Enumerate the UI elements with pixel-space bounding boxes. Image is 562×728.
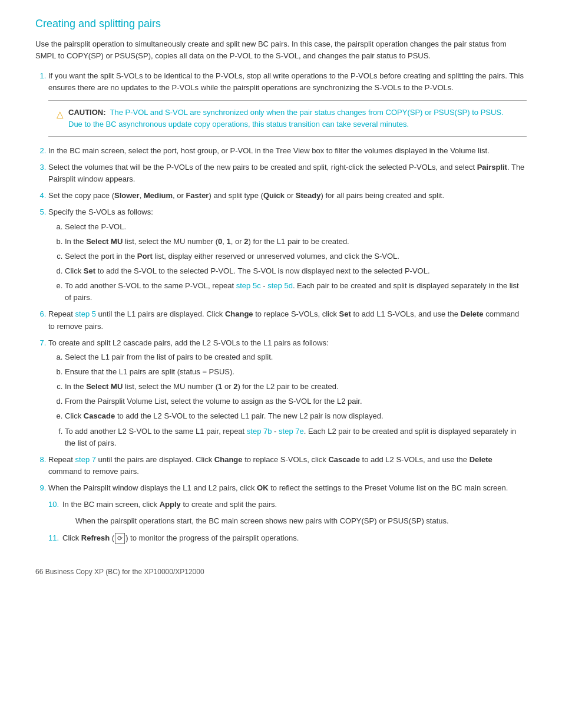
step-7c-text: In the Select MU list, select the MU num… (65, 382, 339, 391)
step-1-text: If you want the split S-VOLs to be ident… (48, 71, 524, 92)
step-5d: Click Set to add the S-VOL to the select… (65, 265, 527, 277)
step-4-text: Set the copy pace (Slower, Medium, or Fa… (48, 191, 444, 200)
step-8-text: Repeat step 7 until the pairs are displa… (48, 455, 492, 476)
step-11-num: 11. (48, 532, 62, 544)
step-10-num: 10. (48, 499, 62, 510)
step-5a: Select the P-VOL. (65, 221, 527, 233)
step-7d: From the Pairsplit Volume List, select t… (65, 396, 527, 407)
step-5b-text: In the Select MU list, select the MU num… (65, 237, 349, 246)
step-7c: In the Select MU list, select the MU num… (65, 381, 527, 393)
caution-label: CAUTION: (68, 108, 106, 117)
step-7-text: To create and split L2 cascade pairs, ad… (48, 338, 329, 347)
ref-7e[interactable]: step 7e (279, 427, 304, 436)
ref-5d[interactable]: step 5d (267, 281, 293, 290)
caution-box: △ CAUTION: The P-VOL and S-VOL are synch… (48, 100, 527, 137)
step-7-sublist: Select the L1 pair from the list of pair… (65, 351, 527, 449)
footer: 66 Business Copy XP (BC) for the XP10000… (35, 568, 527, 576)
step-5c-text: Select the port in the Port list, displa… (65, 252, 399, 261)
step-7e-text: Click Cascade to add the L2 S-VOL to the… (65, 411, 384, 420)
caution-icon: △ (57, 107, 64, 121)
step-5b: In the Select MU list, select the MU num… (65, 236, 527, 248)
step-6-text: Repeat step 5 until the L1 pairs are dis… (48, 309, 519, 330)
step-5e-text: To add another S-VOL to the same P-VOL, … (65, 281, 519, 302)
step-7d-text: From the Pairsplit Volume List, select t… (65, 397, 362, 406)
step-2: In the BC main screen, select the port, … (48, 145, 527, 157)
step-9: When the Pairsplit window displays the L… (48, 482, 527, 494)
intro-paragraph: Use the pairsplit operation to simultane… (35, 38, 527, 62)
step-3-text: Select the volumes that will be the P-VO… (48, 163, 524, 183)
step-7a: Select the L1 pair from the list of pair… (65, 351, 527, 363)
step-5d-text: Click Set to add the S-VOL to the select… (65, 266, 430, 275)
step-7f-text: To add another L2 S-VOL to the same L1 p… (65, 427, 516, 447)
ref-step5[interactable]: step 5 (75, 309, 96, 318)
step-7b: Ensure that the L1 pairs are split (stat… (65, 366, 527, 378)
step-7a-text: Select the L1 pair from the list of pair… (65, 353, 273, 361)
step-3: Select the volumes that will be the P-VO… (48, 162, 527, 185)
page-title: Creating and splitting pairs (35, 18, 527, 30)
step-7f: To add another L2 S-VOL to the same L1 p… (65, 426, 527, 449)
step-9-text: When the Pairsplit window displays the L… (48, 483, 508, 492)
step-1: If you want the split S-VOLs to be ident… (48, 70, 527, 137)
step-7b-text: Ensure that the L1 pairs are split (stat… (65, 367, 234, 376)
steps-10-11: 10. In the BC main screen, click Apply t… (48, 499, 527, 543)
step-5: Specify the S-VOLs as follows: Select th… (48, 206, 527, 304)
step-5e: To add another S-VOL to the same P-VOL, … (65, 280, 527, 304)
step-5a-text: Select the P-VOL. (65, 222, 126, 231)
step-5-text: Specify the S-VOLs as follows: (48, 207, 153, 216)
step-10-subpara: When the pairsplit operations start, the… (75, 515, 527, 527)
caution-body: The P-VOL and S-VOL are synchronized onl… (68, 108, 504, 129)
step-4: Set the copy pace (Slower, Medium, or Fa… (48, 190, 527, 202)
ref-step7[interactable]: step 7 (75, 455, 96, 464)
step-7: To create and split L2 cascade pairs, ad… (48, 337, 527, 449)
step-11-item: 11. Click Refresh (⟳) to monitor the pro… (48, 532, 527, 544)
step-10-item: 10. In the BC main screen, click Apply t… (48, 499, 527, 510)
step-5-sublist: Select the P-VOL. In the Select MU list,… (65, 221, 527, 304)
step-10-text: In the BC main screen, click Apply to cr… (62, 499, 527, 510)
step-5c: Select the port in the Port list, displa… (65, 251, 527, 262)
ref-7b[interactable]: step 7b (247, 427, 272, 436)
refresh-icon: ⟳ (115, 533, 125, 544)
step-2-text: In the BC main screen, select the port, … (48, 146, 490, 155)
step-11-text: Click Refresh (⟳) to monitor the progres… (62, 532, 527, 544)
ref-5c[interactable]: step 5c (236, 281, 261, 290)
step-8: Repeat step 7 until the pairs are displa… (48, 454, 527, 477)
step-7e: Click Cascade to add the L2 S-VOL to the… (65, 410, 527, 422)
step-6: Repeat step 5 until the L1 pairs are dis… (48, 308, 527, 332)
caution-text: CAUTION: The P-VOL and S-VOL are synchro… (68, 107, 518, 130)
